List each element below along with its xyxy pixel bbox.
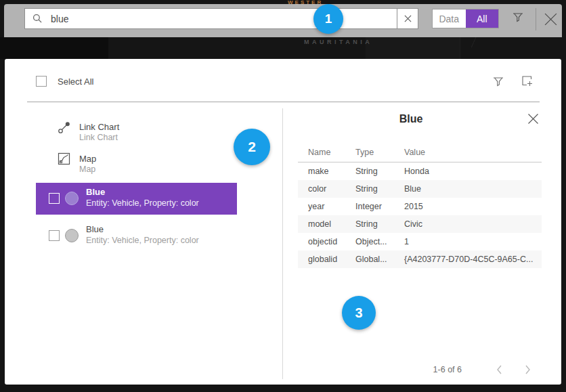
toggle-option-all[interactable]: All — [466, 9, 499, 28]
item-checkbox[interactable] — [49, 230, 60, 241]
list-item-subtitle: Entity: Vehicle, Property: color — [86, 236, 199, 245]
funnel-icon — [512, 12, 524, 24]
column-name: Name — [308, 148, 330, 157]
attribute-table: Name Type Value make String Honda color … — [298, 144, 542, 268]
cell-name: objectid — [308, 237, 337, 246]
cell-name: globalid — [308, 255, 337, 264]
search-input[interactable] — [43, 9, 397, 28]
next-page-button[interactable] — [522, 364, 533, 375]
cell-value: Civic — [404, 219, 422, 229]
list-item-title: Blue — [86, 187, 105, 197]
chevron-left-icon — [494, 364, 505, 375]
select-all-checkbox[interactable] — [36, 76, 47, 87]
table-row: objectid Object... 1 — [298, 233, 542, 251]
cell-name: color — [308, 184, 326, 194]
list-item-blue-selected[interactable]: Blue Entity: Vehicle, Property: color — [36, 183, 237, 215]
table-header: Name Type Value — [298, 144, 542, 162]
search-results-screen: WESTER MAURITANIA Data All — [0, 0, 566, 392]
table-row: model String Civic — [298, 215, 542, 233]
add-selection-icon — [521, 75, 534, 88]
list-item-subtitle: Entity: Vehicle, Property: color — [86, 198, 199, 208]
toggle-option-data[interactable]: Data — [433, 9, 466, 28]
cell-value: Honda — [404, 167, 429, 176]
search-toolbar: Data All — [4, 4, 562, 37]
map-icon — [58, 152, 71, 166]
map-label-mauritania: MAURITANIA — [304, 39, 372, 45]
close-icon — [544, 12, 558, 26]
search-field — [24, 8, 418, 29]
map-footer-strip — [0, 385, 566, 392]
detail-title: Blue — [282, 113, 540, 125]
list-item-link-chart[interactable]: Link Chart — [79, 122, 119, 132]
cell-name: make — [308, 167, 329, 176]
toolbar-divider — [536, 8, 536, 30]
chevron-right-icon — [522, 364, 533, 375]
toolbar-filter-button[interactable] — [512, 12, 524, 24]
clear-search-button[interactable] — [397, 9, 418, 28]
entity-circle-icon — [65, 229, 79, 242]
column-type: Type — [355, 148, 374, 157]
search-results-panel: Select All Link Chart Link Chart Map Map… — [5, 59, 561, 385]
list-item-map-subtitle: Map — [79, 165, 95, 174]
cell-type: String — [355, 219, 378, 229]
list-item-link-chart-subtitle: Link Chart — [79, 133, 118, 142]
cell-type: String — [355, 184, 378, 194]
close-search-button[interactable] — [544, 12, 558, 26]
list-item-map[interactable]: Map — [79, 154, 96, 164]
item-checkbox[interactable] — [49, 193, 60, 204]
cell-type: Global... — [355, 255, 387, 264]
cell-value: {A4203777-D70D-4C5C-9A65-C... — [404, 255, 533, 264]
list-item-title: Blue — [86, 224, 104, 234]
map-border-shape — [366, 37, 460, 59]
clear-x-icon — [404, 15, 412, 22]
cell-name: year — [308, 202, 324, 211]
list-detail-divider — [282, 108, 283, 379]
list-item-blue-unselected[interactable]: Blue Entity: Vehicle, Property: color — [36, 220, 237, 252]
table-row: make String Honda — [298, 162, 542, 180]
pagination: 1-6 of 6 — [298, 364, 542, 377]
callout-badge-2: 2 — [234, 129, 270, 165]
cell-name: model — [308, 219, 331, 229]
map-landmass-shape — [0, 37, 108, 59]
close-detail-button[interactable] — [527, 113, 539, 125]
pagination-label: 1-6 of 6 — [433, 365, 462, 374]
entity-circle-icon — [65, 192, 79, 205]
table-row: globalid Global... {A4203777-D70D-4C5C-9… — [298, 251, 542, 268]
add-to-selection-button[interactable] — [521, 75, 534, 88]
cell-type: Object... — [355, 237, 387, 246]
select-all-label: Select All — [58, 77, 93, 87]
column-value: Value — [404, 148, 425, 157]
callout-badge-1: 1 — [313, 4, 343, 34]
cell-type: Integer — [355, 202, 382, 211]
table-row: color String Blue — [298, 180, 542, 198]
cell-value: Blue — [404, 184, 421, 194]
cell-type: String — [355, 167, 378, 176]
cell-value: 1 — [404, 237, 409, 246]
results-filter-button[interactable] — [492, 76, 504, 88]
callout-badge-3: 3 — [342, 296, 376, 330]
search-icon — [32, 14, 43, 24]
funnel-icon — [492, 76, 504, 88]
header-divider — [27, 102, 540, 102]
cell-value: 2015 — [404, 202, 423, 211]
table-row: year Integer 2015 — [298, 198, 542, 215]
close-icon — [527, 113, 539, 125]
prev-page-button[interactable] — [494, 364, 505, 375]
link-chart-icon — [58, 121, 71, 134]
data-all-toggle: Data All — [432, 9, 499, 28]
